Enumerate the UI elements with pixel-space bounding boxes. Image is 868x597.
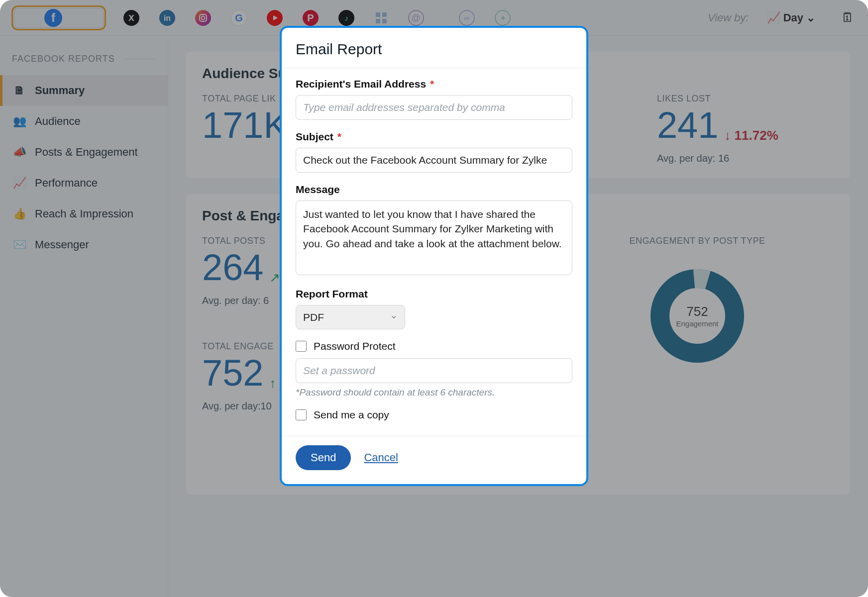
send-copy-label: Send me a copy: [314, 409, 389, 421]
recipient-label: Recipient's Email Address: [296, 78, 426, 90]
password-protect-checkbox[interactable]: [296, 341, 307, 352]
send-copy-checkbox[interactable]: [296, 409, 307, 420]
password-input[interactable]: [296, 358, 572, 383]
required-mark: *: [427, 78, 434, 90]
email-report-modal: Email Report Recipient's Email Address *…: [280, 26, 588, 486]
recipient-input[interactable]: [296, 95, 572, 120]
format-label: Report Format: [296, 288, 572, 300]
password-hint: *Password should contain at least 6 char…: [296, 387, 572, 398]
message-label: Message: [296, 184, 572, 196]
message-textarea[interactable]: [296, 200, 572, 275]
required-mark: *: [334, 131, 341, 142]
modal-title: Email Report: [282, 28, 586, 68]
cancel-link[interactable]: Cancel: [364, 451, 398, 464]
app-window: f X in G P ♪ @ ∞ ✦ View by: 📈 Day ⌄ 🗓 FA…: [0, 0, 868, 597]
format-select[interactable]: PDF: [296, 305, 405, 329]
send-button[interactable]: Send: [296, 445, 351, 470]
password-protect-label: Password Protect: [314, 340, 396, 352]
subject-input[interactable]: [296, 148, 572, 173]
subject-label: Subject: [296, 131, 333, 142]
